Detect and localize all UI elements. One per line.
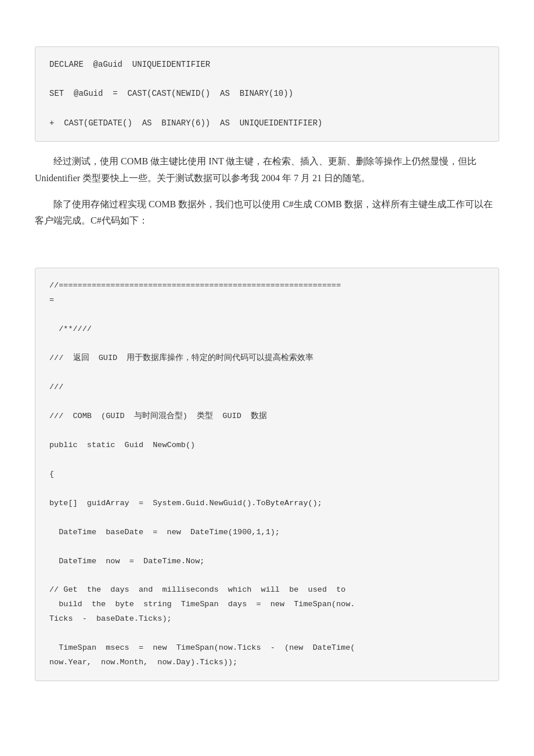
code-line-5: + CAST(GETDATE() AS BINARY(6)) AS UNIQUE… [49, 118, 322, 128]
code-block-2-content: //======================================… [49, 281, 355, 667]
paragraph-1: 经过测试，使用 COMB 做主键比使用 INT 做主键，在检索、插入、更新、删除… [35, 153, 499, 187]
code-block-1: DECLARE @aGuid UNIQUEIDENTIFIER SET @aGu… [35, 46, 499, 142]
paragraph-2: 除了使用存储过程实现 COMB 数据外，我们也可以使用 C#生成 COMB 数据… [35, 196, 499, 230]
code-line-3: SET @aGuid = CAST(CAST(NEWID() AS BINARY… [49, 89, 293, 98]
code-line-1: DECLARE @aGuid UNIQUEIDENTIFIER [49, 60, 210, 69]
code-block-2: //======================================… [35, 268, 499, 681]
